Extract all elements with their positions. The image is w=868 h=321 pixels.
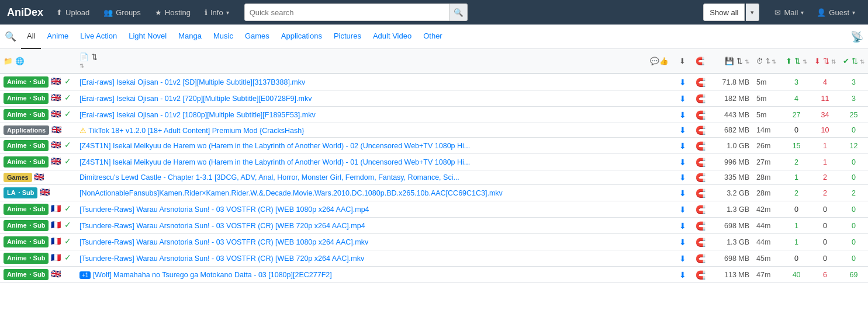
magnet-button[interactable]: 🧲: [696, 141, 706, 151]
cat-tab-adult-video[interactable]: Adult Video: [367, 25, 417, 49]
category-badge[interactable]: Anime・Sub: [4, 76, 49, 88]
magnet-button[interactable]: 🧲: [696, 158, 706, 167]
nav-hosting[interactable]: ★ Hosting: [149, 0, 196, 25]
col-size[interactable]: 💾 ⇅: [709, 49, 753, 74]
category-badge[interactable]: Anime・Sub: [4, 204, 49, 215]
cat-tab-manga[interactable]: Manga: [172, 25, 208, 49]
magnet-button[interactable]: 🧲: [696, 94, 706, 103]
cat-tab-other[interactable]: Other: [417, 25, 448, 49]
magnet-button[interactable]: 🧲: [696, 238, 706, 247]
torrent-link[interactable]: [Tsundere-Raws] Warau Arsnotoria Sun! - …: [79, 238, 368, 246]
show-all-dropdown[interactable]: ▾: [746, 4, 759, 21]
download-button[interactable]: ⬇: [679, 254, 686, 263]
download-button[interactable]: ⬇: [679, 238, 686, 247]
category-badge[interactable]: Anime・Sub: [4, 253, 49, 264]
cat-tab-light-novel[interactable]: Light Novel: [123, 25, 172, 49]
download-button[interactable]: ⬇: [679, 78, 686, 87]
torrent-link[interactable]: [Z4ST1N] Isekai Meikyuu de Harem wo (Har…: [79, 158, 470, 166]
torrent-link[interactable]: [Erai-raws] Isekai Ojisan - 01v2 [SD][Mu…: [79, 78, 305, 86]
download-button[interactable]: ⬇: [679, 189, 686, 198]
magnet-button[interactable]: 🧲: [696, 221, 706, 231]
torrent-link[interactable]: [Erai-raws] Isekai Ojisan - 01v2 [1080p]…: [79, 111, 316, 119]
category-badge[interactable]: Applications: [4, 125, 49, 135]
flag-icon: 🇫🇷: [51, 253, 63, 261]
cat-tab-games[interactable]: Games: [239, 25, 275, 49]
torrent-link[interactable]: [NonActionableFansubs]Kamen.Rider×Kamen.…: [79, 189, 503, 197]
cell-magnet: 🧲: [692, 267, 709, 283]
magnet-button[interactable]: 🧲: [696, 78, 706, 87]
rss-icon[interactable]: 📡: [850, 30, 863, 43]
category-badge[interactable]: Anime・Sub: [4, 156, 49, 168]
cat-tab-all[interactable]: All: [21, 25, 41, 49]
magnet-button[interactable]: 🧲: [696, 189, 706, 198]
torrent-link[interactable]: Dimitrescu's Lewd Castle - Chapter 1-3.1…: [79, 173, 459, 182]
category-badge[interactable]: Anime・Sub: [4, 236, 49, 247]
search-tab-icon[interactable]: 🔍: [5, 31, 16, 42]
magnet-button[interactable]: 🧲: [696, 270, 706, 280]
search-container: 🔍: [244, 4, 468, 21]
nav-guest[interactable]: 👤 Guest ▾: [811, 0, 861, 25]
torrent-link[interactable]: TikTok 18+ v1.2.0 [18+ Adult Content] Pr…: [88, 127, 304, 135]
brand-logo[interactable]: AniDex: [7, 6, 43, 19]
category-badge[interactable]: Anime・Sub: [4, 140, 49, 151]
magnet-button[interactable]: 🧲: [696, 110, 706, 120]
cat-tab-pictures[interactable]: Pictures: [328, 25, 367, 49]
category-badge[interactable]: Anime・Sub: [4, 220, 49, 231]
torrent-link[interactable]: [Wolf] Mamahaha no Tsurego ga Motokano D…: [93, 271, 332, 279]
cell-download: ⬇: [676, 138, 692, 154]
col-leechers[interactable]: ⬇ ⇅: [811, 49, 839, 74]
col-completed[interactable]: ✔ ⇅: [839, 49, 868, 74]
col-name[interactable]: 📄 ⇅: [76, 49, 646, 74]
cell-magnet: 🧲: [692, 218, 709, 234]
download-button[interactable]: ⬇: [679, 94, 686, 103]
download-button[interactable]: ⬇: [679, 173, 686, 182]
nav-groups[interactable]: 👥 Groups: [98, 0, 147, 25]
nav-mail[interactable]: ✉ Mail ▾: [769, 0, 810, 25]
search-button[interactable]: 🔍: [449, 4, 468, 21]
download-button[interactable]: ⬇: [679, 141, 686, 151]
download-button[interactable]: ⬇: [679, 205, 686, 214]
torrent-link[interactable]: [Z4ST1N] Isekai Meikyuu de Harem wo (Har…: [79, 142, 470, 150]
magnet-button[interactable]: 🧲: [696, 254, 706, 263]
warning-icon: ⚠: [79, 127, 87, 135]
torrent-link[interactable]: [Erai-raws] Isekai Ojisan - 01v2 [720p][…: [79, 95, 312, 103]
cat-tab-applications[interactable]: Applications: [275, 25, 328, 49]
cell-leechers: 1: [811, 138, 839, 154]
download-button[interactable]: ⬇: [679, 221, 686, 231]
search-input[interactable]: [244, 4, 450, 21]
download-button[interactable]: ⬇: [679, 125, 686, 135]
cell-comments: [646, 218, 676, 234]
category-badge[interactable]: LA・Sub: [4, 187, 37, 198]
nav-upload[interactable]: ⬆ Upload: [50, 0, 95, 25]
download-button[interactable]: ⬇: [679, 158, 686, 167]
cell-title: [Tsundere-Raws] Warau Arsnotoria Sun! - …: [76, 250, 646, 267]
torrent-link[interactable]: [Tsundere-Raws] Warau Arsnotoria Sun! - …: [79, 205, 369, 214]
cell-comments: [646, 154, 676, 170]
category-badge[interactable]: Anime・Sub: [4, 109, 49, 120]
torrent-link[interactable]: [Tsundere-Raws] Warau Arsnotoria Sun! - …: [79, 254, 364, 263]
download-button[interactable]: ⬇: [679, 270, 686, 280]
mail-dropdown-icon: ▾: [801, 9, 804, 16]
col-seeders[interactable]: ⬆ ⇅: [782, 49, 811, 74]
cat-tab-anime[interactable]: Anime: [41, 25, 74, 49]
cell-seeders: 2: [782, 154, 811, 170]
seeders-icon: ⬆ ⇅: [786, 57, 800, 65]
magnet-button[interactable]: 🧲: [696, 173, 706, 182]
cat-tab-music[interactable]: Music: [208, 25, 239, 49]
cell-magnet: 🧲: [692, 250, 709, 267]
nav-info[interactable]: ℹ Info ▾: [199, 0, 235, 25]
magnet-button[interactable]: 🧲: [696, 205, 706, 214]
category-badge[interactable]: Anime・Sub: [4, 93, 49, 104]
show-all-button[interactable]: Show all: [703, 4, 745, 21]
flag-icon: 🇬🇧: [51, 110, 63, 118]
category-badge[interactable]: Games: [4, 173, 32, 182]
category-badge[interactable]: Anime・Sub: [4, 269, 49, 280]
flag-icon: 🇫🇷: [51, 237, 63, 245]
download-button[interactable]: ⬇: [679, 110, 686, 120]
magnet-button[interactable]: 🧲: [696, 125, 706, 135]
completed-count: 3: [852, 95, 856, 103]
cat-tab-live-action[interactable]: Live Action: [74, 25, 123, 49]
col-time[interactable]: ⏱ ⇅: [753, 49, 782, 74]
torrent-link[interactable]: [Tsundere-Raws] Warau Arsnotoria Sun! - …: [79, 222, 365, 230]
cell-time: 5m: [753, 107, 782, 123]
